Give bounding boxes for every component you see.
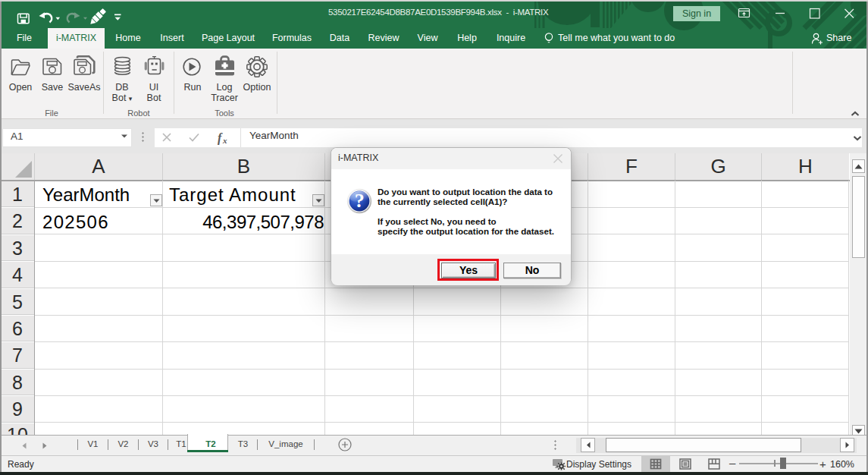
svg-text:?: ? xyxy=(355,190,365,212)
svg-text:f: f xyxy=(218,131,223,145)
svg-text:x: x xyxy=(222,136,227,145)
